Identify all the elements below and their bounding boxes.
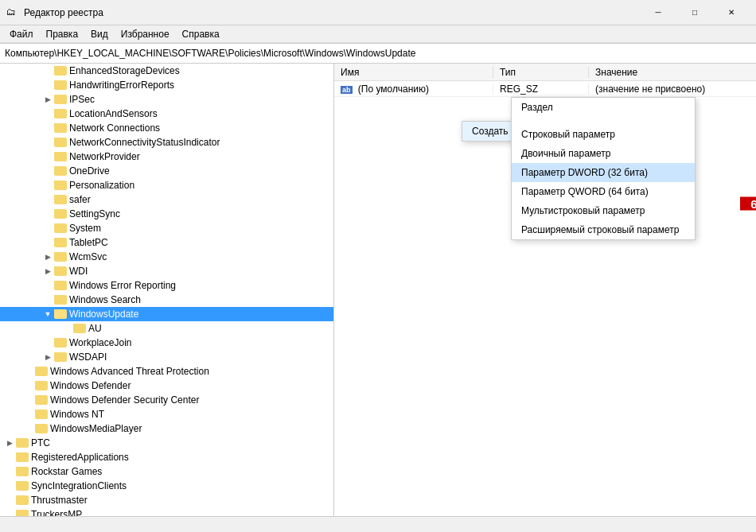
- tree-expander[interactable]: [41, 121, 54, 135]
- tree-item[interactable]: Windows NT: [0, 407, 333, 421]
- tree-expander[interactable]: [60, 321, 73, 336]
- cell-value: (значение не присвоено): [589, 83, 756, 95]
- tree-expander[interactable]: [22, 364, 35, 379]
- title-bar: 🗂 Редактор реестра ─ □ ✕: [0, 0, 756, 25]
- tree-expander[interactable]: [41, 293, 54, 307]
- submenu-item[interactable]: Строковый параметр: [512, 125, 695, 144]
- minimize-button[interactable]: ─: [640, 0, 676, 25]
- tree-item[interactable]: ▶PTC: [0, 436, 333, 450]
- tree-expander[interactable]: [41, 278, 54, 293]
- folder-icon: [54, 252, 67, 262]
- tree-expander[interactable]: [22, 407, 35, 421]
- tree-item-label: NetworkProvider: [69, 151, 140, 162]
- tree-item[interactable]: SyncIntegrationClients: [0, 479, 333, 493]
- submenu[interactable]: РазделСтроковый параметрДвоичный парамет…: [511, 97, 696, 240]
- tree-item-label: IPSec: [69, 94, 95, 105]
- tree-item[interactable]: NetworkConnectivityStatusIndicator: [0, 135, 333, 150]
- tree-item[interactable]: OneDrive: [0, 164, 333, 178]
- submenu-item[interactable]: Раздел: [512, 98, 695, 117]
- tree-item[interactable]: Rockstar Games: [0, 464, 333, 479]
- tree-item[interactable]: System: [0, 221, 333, 235]
- tree-expander[interactable]: [41, 235, 54, 250]
- tree-item-label: Thrustmaster: [31, 495, 88, 506]
- tree-expander[interactable]: [41, 221, 54, 235]
- menu-item-файл[interactable]: Файл: [3, 27, 40, 41]
- tree-item[interactable]: Windows Error Reporting: [0, 278, 333, 293]
- submenu-item[interactable]: Параметр QWORD (64 бита): [512, 182, 695, 201]
- tree-item[interactable]: ▶WSDAPI: [0, 350, 333, 364]
- tree-item[interactable]: ▶IPSec: [0, 92, 333, 107]
- tree-item[interactable]: SettingSync: [0, 207, 333, 221]
- tree-item[interactable]: Network Connections: [0, 121, 333, 135]
- tree-expander[interactable]: [3, 464, 16, 479]
- tree-expander[interactable]: [41, 178, 54, 192]
- tree-expander[interactable]: [3, 507, 16, 516]
- tree-item-label: Network Connections: [69, 122, 160, 134]
- tree-expander[interactable]: [41, 78, 54, 92]
- tree-expander[interactable]: ▶: [41, 350, 54, 364]
- tree-item[interactable]: ▶WDI: [0, 264, 333, 278]
- menu-item-вид[interactable]: Вид: [84, 27, 115, 41]
- tree-expander[interactable]: [3, 450, 16, 464]
- tree-item[interactable]: ▶WcmSvc: [0, 250, 333, 264]
- tree-item[interactable]: TruckersMP: [0, 507, 333, 516]
- menu-item-избранное[interactable]: Избранное: [115, 27, 176, 41]
- tree-item[interactable]: Windows Defender Security Center: [0, 393, 333, 407]
- submenu-item[interactable]: [512, 117, 695, 125]
- registry-tree[interactable]: EnhancedStorageDevicesHandwritingErrorRe…: [0, 64, 334, 516]
- folder-icon: [54, 281, 67, 290]
- tree-item-label: TabletPC: [69, 237, 108, 248]
- tree-expander[interactable]: [41, 107, 54, 121]
- tree-item-label: LocationAndSensors: [69, 108, 158, 119]
- tree-item[interactable]: EnhancedStorageDevices: [0, 64, 333, 78]
- maximize-button[interactable]: □: [676, 0, 713, 25]
- tree-item[interactable]: RegisteredApplications: [0, 450, 333, 464]
- tree-item[interactable]: WindowsMediaPlayer: [0, 421, 333, 436]
- tree-item[interactable]: Windows Search: [0, 293, 333, 307]
- submenu-item[interactable]: Расширяемый строковый параметр: [512, 220, 695, 239]
- table-row[interactable]: ab (По умолчанию) REG_SZ (значение не пр…: [334, 81, 756, 97]
- folder-icon: [54, 295, 67, 305]
- tree-item[interactable]: Windows Advanced Threat Protection: [0, 364, 333, 379]
- tree-item[interactable]: Thrustmaster: [0, 493, 333, 507]
- tree-expander[interactable]: [3, 479, 16, 493]
- tree-expander[interactable]: [3, 493, 16, 507]
- folder-icon: [54, 80, 67, 90]
- tree-item[interactable]: Personalization: [0, 178, 333, 192]
- tree-expander[interactable]: ▶: [41, 250, 54, 264]
- tree-item[interactable]: AU: [0, 321, 333, 336]
- tree-expander[interactable]: ▶: [3, 436, 16, 450]
- tree-item-label: Windows Advanced Threat Protection: [50, 366, 209, 377]
- tree-expander[interactable]: [41, 192, 54, 207]
- tree-item[interactable]: ▼WindowsUpdate: [0, 307, 333, 321]
- tree-item[interactable]: TabletPC: [0, 235, 333, 250]
- tree-item[interactable]: HandwritingErrorReports: [0, 78, 333, 92]
- folder-icon: [35, 367, 48, 376]
- main-content: EnhancedStorageDevicesHandwritingErrorRe…: [0, 64, 756, 516]
- submenu-item[interactable]: Двоичный параметр: [512, 144, 695, 163]
- tree-item[interactable]: safer: [0, 192, 333, 207]
- tree-expander[interactable]: [22, 379, 35, 393]
- tree-expander[interactable]: [41, 150, 54, 164]
- tree-expander[interactable]: [22, 421, 35, 436]
- tree-expander[interactable]: [41, 336, 54, 350]
- tree-expander[interactable]: [41, 64, 54, 78]
- tree-item[interactable]: WorkplaceJoin: [0, 336, 333, 350]
- tree-expander[interactable]: [22, 393, 35, 407]
- table-header: Имя Тип Значение: [334, 64, 756, 81]
- submenu-item[interactable]: Параметр DWORD (32 бита): [512, 163, 695, 182]
- tree-item[interactable]: NetworkProvider: [0, 150, 333, 164]
- tree-item[interactable]: Windows Defender: [0, 379, 333, 393]
- submenu-item[interactable]: Мультистроковый параметр: [512, 201, 695, 220]
- menu-item-правка[interactable]: Правка: [40, 27, 85, 41]
- tree-expander[interactable]: [41, 135, 54, 150]
- tree-item[interactable]: LocationAndSensors: [0, 107, 333, 121]
- tree-expander[interactable]: ▶: [41, 264, 54, 278]
- tree-expander[interactable]: ▼: [41, 307, 54, 321]
- tree-expander[interactable]: [41, 164, 54, 178]
- close-button[interactable]: ✕: [713, 0, 750, 25]
- menu-item-справка[interactable]: Справка: [176, 27, 226, 41]
- folder-icon: [54, 338, 67, 348]
- tree-expander[interactable]: ▶: [41, 92, 54, 107]
- tree-expander[interactable]: [41, 207, 54, 221]
